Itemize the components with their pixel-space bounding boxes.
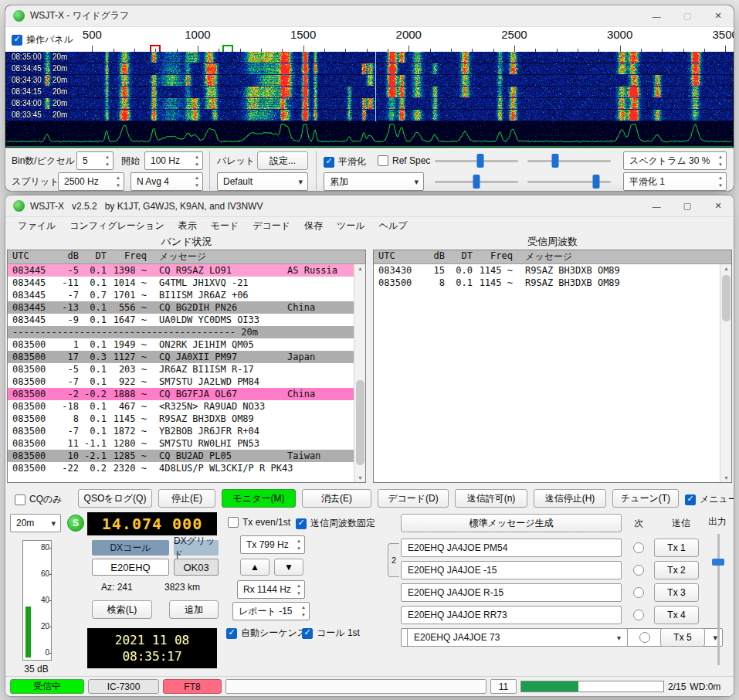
minimize-icon[interactable]: —: [641, 5, 672, 26]
slider-handle[interactable]: [551, 154, 558, 168]
tab-messages-2[interactable]: 2: [388, 543, 399, 577]
auto-seq-checkbox[interactable]: [226, 628, 237, 639]
band-select[interactable]: 20m: [10, 514, 61, 532]
tx-next-radio[interactable]: [633, 587, 644, 598]
mode-chip[interactable]: FT8: [163, 679, 222, 694]
waterfall-zero-slider[interactable]: [527, 152, 611, 169]
menu-item-7[interactable]: ヘルプ: [373, 217, 414, 235]
power-slider[interactable]: [711, 534, 725, 665]
decode-row[interactable]: 083500 -7 0.1 922 ~ SM7STU JA2LWD PM84: [8, 375, 354, 388]
tx-message-field[interactable]: E20EHQ JA4JOE -15 ▾: [401, 561, 622, 579]
close-icon[interactable]: ✕: [703, 195, 734, 216]
rx-frequency-scrollbar[interactable]: [720, 264, 731, 482]
close-icon[interactable]: ✕: [703, 5, 734, 26]
waterfall-mode-select[interactable]: 累加: [324, 172, 424, 191]
scrollbar-thumb[interactable]: [356, 380, 364, 465]
log-qso-button[interactable]: QSOをログ(Q): [78, 489, 152, 508]
bins-per-pixel-spinner[interactable]: 5: [76, 151, 114, 170]
start-freq-spinner[interactable]: 100 Hz: [144, 151, 203, 170]
ref-spec-toggle[interactable]: Ref Spec: [378, 155, 430, 166]
generate-messages-button[interactable]: 標準メッセージ生成: [401, 514, 622, 532]
report-spinner[interactable]: レポート -15: [232, 602, 310, 620]
flatten-checkbox[interactable]: [324, 157, 334, 168]
tune-button[interactable]: チューン(T): [612, 489, 679, 508]
spectrum-gain-slider[interactable]: [435, 173, 518, 190]
palette-adjust-button[interactable]: 設定...: [257, 151, 308, 170]
tx-next-radio[interactable]: [639, 632, 650, 643]
panel-checkbox[interactable]: [12, 35, 22, 46]
tx-next-radio[interactable]: [633, 542, 644, 553]
decode-row[interactable]: 083500 -7 0.1 1872 ~ YB2BOB JR6JFR R+04: [8, 425, 354, 437]
tx-next-radio[interactable]: [633, 565, 644, 576]
rig-chip[interactable]: IC-7300: [88, 679, 159, 694]
waterfall-gain-slider[interactable]: [435, 152, 518, 169]
flatten-toggle[interactable]: 平滑化: [324, 155, 366, 168]
cq-only-checkbox[interactable]: [15, 494, 25, 505]
erase-button[interactable]: 消去(E): [302, 489, 371, 508]
spectrum-zero-slider[interactable]: [527, 173, 611, 190]
freq-down-button[interactable]: ▼: [274, 559, 303, 576]
band-activity-scrollbar[interactable]: [354, 264, 365, 482]
panel-toggle[interactable]: 操作パネル: [12, 33, 76, 46]
minimize-icon[interactable]: —: [641, 195, 672, 216]
menus-toggle[interactable]: メニュー: [685, 493, 734, 506]
tx-select-button[interactable]: Tx 1: [654, 539, 699, 557]
menu-item-0[interactable]: ファイル: [12, 217, 62, 235]
rx-frequency-list[interactable]: 083430 15 0.0 1145 ~ R9SAZ BH3DXB OM89 0…: [374, 264, 720, 482]
menu-item-5[interactable]: 保存: [298, 217, 329, 235]
cq-only-toggle[interactable]: CQのみ: [15, 493, 63, 506]
decode-row[interactable]: 083500 11 -1.1 1280 ~ SM7STU RW0LHI PN53: [8, 437, 354, 450]
freq-up-button[interactable]: ▲: [240, 559, 269, 576]
maximize-icon[interactable]: ▢: [672, 195, 703, 216]
rx-freq-spinner[interactable]: Rx 1144 Hz: [237, 580, 305, 599]
decode-row[interactable]: 083500 8 0.1 1145 ~ R9SAZ BH3DXB OM89: [374, 277, 720, 289]
menu-item-1[interactable]: コンフィグレーション: [63, 217, 171, 235]
tx-select-button[interactable]: Tx 3: [654, 583, 699, 602]
tx-even-toggle[interactable]: Tx even/1st: [228, 517, 290, 528]
decode-row[interactable]: 083430 15 0.0 1145 ~ R9SAZ BH3DXB OM89: [374, 264, 720, 277]
decode-row[interactable]: 083500 -22 0.2 2320 ~ 4D8LUS/P WL3CKI/P …: [8, 462, 354, 474]
menu-item-3[interactable]: モード: [205, 217, 246, 235]
decode-row[interactable]: 083500 -5 0.1 203 ~ JR6AZ BI1ISM R-17: [8, 363, 354, 375]
decode-row[interactable]: 083500 8 0.1 1145 ~ R9SAZ BH3DXB OM89: [8, 413, 354, 425]
tx-select-button[interactable]: Tx 4: [654, 606, 699, 624]
status-lamp[interactable]: S: [67, 515, 84, 532]
decode-row[interactable]: 083500 10 -2.1 1285 ~ CQ BU2AD PL05 Taiw…: [8, 450, 354, 462]
ref-spec-checkbox[interactable]: [378, 155, 388, 166]
rx-freq-marker[interactable]: [222, 45, 233, 52]
menu-item-2[interactable]: 表示: [172, 217, 203, 235]
main-titlebar[interactable]: WSJT-X v2.5.2 by K1JT, G4WJS, K9AN, and …: [5, 195, 734, 217]
decode-row[interactable]: 083500 17 0.3 1127 ~ CQ JA0XII PM97 Japa…: [8, 351, 354, 363]
spectrum-gain-spinner[interactable]: スペクトラム 30 %: [623, 151, 727, 170]
scrollbar-thumb[interactable]: [722, 275, 731, 321]
n-avg-spinner[interactable]: N Avg 4: [131, 172, 203, 191]
stop-button[interactable]: 停止(E): [158, 489, 215, 508]
tx-freq-spinner[interactable]: Tx 799 Hz: [240, 535, 305, 554]
waterfall-spectrogram[interactable]: [6, 52, 733, 148]
dx-call-input[interactable]: E20EHQ: [92, 559, 169, 576]
monitor-button[interactable]: モニター(M): [222, 489, 296, 508]
decode-button[interactable]: デコード(D): [378, 489, 449, 508]
decode-row[interactable]: 083500 -2 -0.2 1888 ~ CQ BG7FJA OL67 Chi…: [8, 388, 354, 400]
smooth-spinner[interactable]: 平滑化 1: [623, 172, 727, 191]
decode-row[interactable]: 083445 -13 0.1 556 ~ CQ BG2DIH PN26 Chin…: [8, 301, 354, 314]
decode-row[interactable]: 083445 -7 0.7 1701 ~ BI1ISM JR6AZ +06: [8, 289, 354, 301]
tx-message-field[interactable]: E20EHQ JA4JOE PM54 ▾: [401, 539, 622, 557]
power-slider-handle[interactable]: [712, 559, 724, 566]
band-activity-list[interactable]: 083445 -5 0.1 1398 ~ CQ R9SAZ LO91 AS Ru…: [8, 264, 354, 482]
tx-select-button[interactable]: Tx 5: [660, 628, 705, 647]
menu-item-6[interactable]: ツール: [331, 217, 371, 235]
decode-row[interactable]: 083500 1 0.1 1949 ~ ON2RK JE1HIM QM05: [8, 338, 354, 351]
tx-message-field[interactable]: E20EHQ JA4JOE R-15 ▾: [401, 583, 622, 602]
decode-row[interactable]: 083445 -5 0.1 1398 ~ CQ R9SAZ LO91 AS Ru…: [8, 264, 354, 277]
tx-even-checkbox[interactable]: [228, 517, 239, 528]
auto-seq-toggle[interactable]: 自動シーケンス: [226, 627, 307, 640]
wide-graph-titlebar[interactable]: WSJT-X - ワイドグラフ — ▢ ✕: [5, 5, 734, 27]
slider-handle[interactable]: [477, 154, 484, 168]
menus-checkbox[interactable]: [685, 494, 696, 505]
tx-next-radio[interactable]: [633, 610, 644, 620]
menu-item-4[interactable]: デコード: [246, 217, 297, 235]
call-1st-toggle[interactable]: コール 1st: [302, 627, 360, 640]
halt-t-button[interactable]: 送信停止(H): [534, 489, 606, 508]
slider-handle[interactable]: [473, 175, 480, 189]
